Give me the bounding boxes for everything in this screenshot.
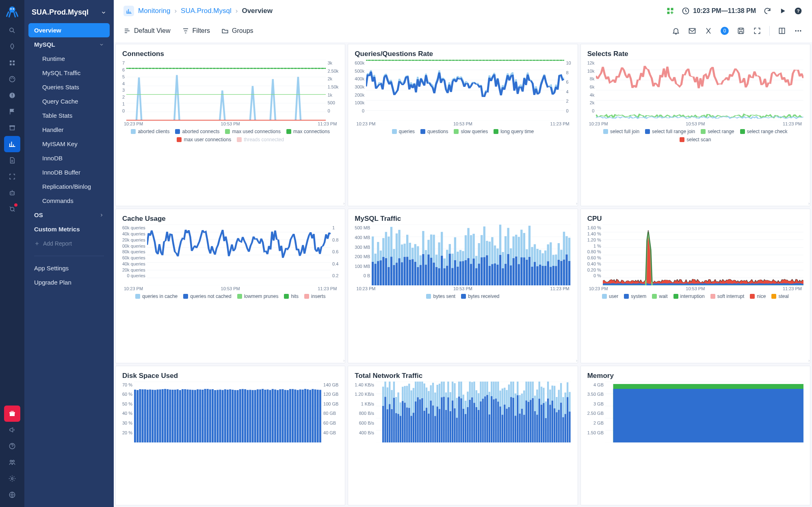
filters-button[interactable]: Filters <box>182 27 210 35</box>
gift-icon[interactable] <box>4 406 20 422</box>
legend-item[interactable]: select scan <box>680 137 711 142</box>
chart-card-queries-questions-rate[interactable]: Queries/Questions Rate600k500k400k300k20… <box>348 44 578 206</box>
legend-item[interactable]: hits <box>284 293 299 299</box>
sidebar-item-mysql-commands[interactable]: Commands <box>37 194 110 208</box>
legend-item[interactable]: threads connected <box>237 137 284 142</box>
resize-handle[interactable]: ⌟ <box>341 201 345 205</box>
sidebar-item-mysql-innodb[interactable]: InnoDB <box>37 151 110 165</box>
help-icon[interactable] <box>4 438 20 454</box>
sidebar-item-mysql-mysql-traffic[interactable]: MySQL Traffic <box>37 66 110 80</box>
resize-handle[interactable]: ⌟ <box>806 357 810 362</box>
expand-icon[interactable] <box>753 27 761 35</box>
legend-item[interactable]: long query time <box>494 129 534 134</box>
resize-handle[interactable]: ⌟ <box>573 357 578 362</box>
columns-icon[interactable] <box>778 27 786 35</box>
sidebar-item-mysql-queries-stats[interactable]: Queries Stats <box>37 80 110 94</box>
legend-item[interactable]: bytes sent <box>426 293 455 299</box>
help-icon[interactable]: ? <box>794 7 802 15</box>
groups-button[interactable]: Groups <box>221 27 253 35</box>
resize-handle[interactable]: ⌟ <box>573 201 578 205</box>
apps-icon[interactable] <box>4 55 20 71</box>
chart-card-cpu[interactable]: CPU1.60 %1.40 %1.20 %1 %0.80 %0.60 %0.40… <box>580 209 810 363</box>
sidebar-item-overview[interactable]: Overview <box>28 23 110 37</box>
legend-item[interactable]: user <box>602 293 618 299</box>
legend-item[interactable]: aborted connects <box>175 129 219 134</box>
legend-item[interactable]: queries in cache <box>135 293 178 299</box>
time-range-picker[interactable]: 10:23 PM—11:38 PM <box>682 7 756 15</box>
candy-icon[interactable] <box>4 201 20 217</box>
play-icon[interactable] <box>779 7 787 15</box>
legend-item[interactable]: steal <box>771 293 788 299</box>
team-icon[interactable] <box>4 454 20 470</box>
default-view-button[interactable]: Default View <box>123 27 171 35</box>
sidebar-item-mysql-query-cache[interactable]: Query Cache <box>37 94 110 108</box>
legend-item[interactable]: queries <box>392 129 415 134</box>
legend-item[interactable]: lowmem prunes <box>237 293 279 299</box>
breadcrumb-monitoring[interactable]: Monitoring <box>138 7 170 15</box>
chart-icon[interactable] <box>4 136 20 152</box>
legend-item[interactable]: max connections <box>286 129 330 134</box>
save-icon[interactable] <box>737 27 745 35</box>
breadcrumb-app[interactable]: SUA.Prod.Mysql <box>181 7 232 15</box>
sidebar-item-app-settings[interactable]: App Settings <box>28 261 110 275</box>
file-icon[interactable] <box>4 152 20 168</box>
chart-card-cache-usage[interactable]: Cache Usage60k queries40k queries20k que… <box>115 209 345 363</box>
sidebar-item-custom-metrics[interactable]: Custom Metrics <box>28 222 110 236</box>
settings-icon[interactable] <box>4 470 20 487</box>
legend-item[interactable]: queries not cached <box>183 293 231 299</box>
bell-icon[interactable] <box>672 27 680 35</box>
svg-rect-452 <box>389 382 390 404</box>
sidebar-item-upgrade-plan[interactable]: Upgrade Plan <box>28 275 110 289</box>
palette-icon[interactable] <box>4 71 20 87</box>
legend-item[interactable]: select range check <box>740 129 788 134</box>
app-selector[interactable]: SUA.Prod.Mysql <box>24 4 114 22</box>
legend-item[interactable]: wait <box>652 293 667 299</box>
alert-icon[interactable] <box>4 87 20 104</box>
chart-card-memory[interactable]: Memory4 GB3.50 GB3 GB2.50 GB2 GB1.50 GB <box>580 366 810 505</box>
chart-card-mysql-traffic[interactable]: MySQL Traffic500 MB400 MB300 MB200 MB100… <box>348 209 578 363</box>
sidebar-item-os[interactable]: OS <box>28 208 110 222</box>
legend-item[interactable]: bytes received <box>461 293 499 299</box>
sidebar-item-mysql-myisam-key[interactable]: MyISAM Key <box>37 137 110 151</box>
sidebar-item-mysql-table-stats[interactable]: Table Stats <box>37 108 110 123</box>
scan-icon[interactable] <box>4 168 20 185</box>
legend-item[interactable]: inserts <box>304 293 325 299</box>
sidebar-item-mysql-runtime[interactable]: Runtime <box>37 52 110 66</box>
add-report-button[interactable]: Add Report <box>28 236 110 251</box>
legend-item[interactable]: select full range join <box>645 129 695 134</box>
search-icon[interactable] <box>4 22 20 39</box>
refresh-icon[interactable] <box>763 7 771 15</box>
legend-item[interactable]: max used connections <box>225 129 280 134</box>
resize-handle[interactable]: ⌟ <box>341 357 345 362</box>
sidebar-item-mysql-innodb-buffer[interactable]: InnoDB Buffer <box>37 165 110 179</box>
sidebar-item-mysql-handler[interactable]: Handler <box>37 123 110 137</box>
legend-item[interactable]: aborted clients <box>131 129 169 134</box>
resize-handle[interactable]: ⌟ <box>806 201 810 205</box>
globe-icon[interactable] <box>4 487 20 503</box>
chart-card-connections[interactable]: Connections765432103k2.50k2k1.50k1k50001… <box>115 44 345 206</box>
correlate-icon[interactable] <box>704 27 712 35</box>
alert-count-badge[interactable]: 0 <box>721 27 729 35</box>
legend-item[interactable]: soft interrupt <box>710 293 745 299</box>
sidebar-item-mysql[interactable]: MySQL <box>28 37 110 52</box>
archive-icon[interactable] <box>4 120 20 136</box>
flag-icon[interactable] <box>4 104 20 120</box>
legend-item[interactable]: interruption <box>673 293 705 299</box>
chart-card-total-network-traffic[interactable]: Total Network Traffic1.40 KB/s1.20 KB/s1… <box>348 366 578 505</box>
robot-icon[interactable] <box>4 185 20 201</box>
legend-item[interactable]: nice <box>750 293 766 299</box>
rocket-icon[interactable] <box>4 39 20 55</box>
legend-item[interactable]: slow queries <box>454 129 488 134</box>
chart-card-selects-rate[interactable]: Selects Rate12k10k8k6k4k2k010:23 PM10:53… <box>580 44 810 206</box>
megaphone-icon[interactable] <box>4 422 20 438</box>
legend-item[interactable]: questions <box>420 129 448 134</box>
legend-item[interactable]: system <box>624 293 646 299</box>
integrations-icon[interactable] <box>666 7 674 15</box>
chart-card-disk-space-used[interactable]: Disk Space Used70 %60 %50 %40 %30 %20 %1… <box>115 366 345 505</box>
more-icon[interactable] <box>794 27 802 35</box>
legend-item[interactable]: select full join <box>603 129 639 134</box>
mail-icon[interactable] <box>688 27 696 35</box>
legend-item[interactable]: select range <box>701 129 734 134</box>
sidebar-item-mysql-replication-binlog[interactable]: Replication/Binlog <box>37 179 110 194</box>
legend-item[interactable]: max user connections <box>177 137 231 142</box>
